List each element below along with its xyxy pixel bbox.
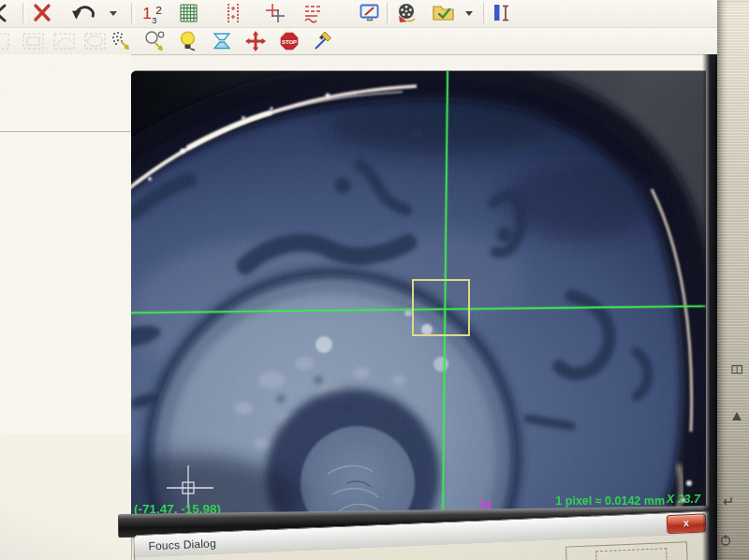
numbering-button[interactable]: 1 3 2 bbox=[137, 1, 165, 25]
folder-check-icon bbox=[431, 2, 457, 24]
open-folder-button[interactable] bbox=[429, 1, 457, 25]
dot-pattern-icon bbox=[221, 2, 245, 24]
delete-button[interactable] bbox=[28, 1, 56, 25]
selection-ghost-icon bbox=[0, 30, 11, 52]
svg-text:STOP: STOP bbox=[282, 39, 297, 45]
film-reel-icon bbox=[395, 2, 419, 24]
monitor-power-button[interactable] bbox=[719, 534, 732, 551]
svg-text:1: 1 bbox=[142, 4, 152, 22]
toolbar-separator bbox=[483, 3, 487, 23]
screen-edit-icon bbox=[358, 2, 382, 24]
selection-ghost-1-button[interactable] bbox=[0, 29, 9, 53]
back-partial-button[interactable] bbox=[0, 1, 17, 25]
close-icon: x bbox=[683, 517, 690, 528]
selection-ghost-3-button[interactable] bbox=[50, 29, 78, 53]
lightbulb-icon bbox=[176, 30, 200, 52]
select-arrow-icon bbox=[731, 411, 742, 421]
back-partial-icon bbox=[0, 2, 15, 24]
selection-rect-ghost-icon bbox=[21, 30, 47, 52]
coin-specimen-image bbox=[131, 71, 706, 518]
beam-profile-icon bbox=[210, 30, 234, 52]
axis-cross-icon bbox=[263, 2, 287, 24]
dialog-close-button[interactable]: x bbox=[667, 513, 707, 534]
pixel-scale-readout: 1 pixel ≈ 0.0142 mm bbox=[555, 494, 665, 508]
screen-edit-button[interactable] bbox=[356, 1, 384, 25]
spray-points-icon bbox=[109, 30, 133, 52]
beam-profile-button[interactable] bbox=[208, 29, 236, 53]
selection-curve-ghost-icon bbox=[51, 30, 78, 52]
toolbar-row-1: 1 3 2 bbox=[0, 0, 717, 28]
panel-divider bbox=[0, 131, 131, 132]
menu-book-icon bbox=[731, 364, 743, 375]
chevron-down-icon bbox=[463, 2, 476, 24]
dialog-title: Foucs Dialog bbox=[148, 537, 216, 553]
move-cross-icon bbox=[243, 30, 268, 52]
red-x-icon bbox=[30, 2, 54, 24]
power-icon bbox=[719, 534, 732, 547]
undo-dropdown-button[interactable] bbox=[105, 1, 120, 25]
screen-photo: 1 3 2 bbox=[0, 0, 749, 560]
media-button[interactable] bbox=[393, 1, 421, 25]
lower-sub-panel bbox=[0, 434, 131, 560]
grid-button[interactable] bbox=[174, 1, 202, 25]
text-cursor-icon bbox=[491, 2, 515, 24]
spray-points-button[interactable] bbox=[107, 29, 135, 53]
folder-dropdown-button[interactable] bbox=[461, 1, 476, 25]
toolbar-row-2: STOP bbox=[0, 28, 717, 55]
text-cursor-button[interactable] bbox=[489, 1, 517, 25]
move-button[interactable] bbox=[242, 29, 270, 53]
monitor-select-button[interactable] bbox=[731, 408, 742, 425]
undo-arrow-icon bbox=[69, 2, 97, 26]
zoom-circles-button[interactable] bbox=[140, 29, 169, 53]
dot-pattern-button[interactable] bbox=[219, 1, 247, 25]
return-icon bbox=[721, 496, 733, 508]
undo-button[interactable] bbox=[67, 1, 95, 25]
toolbar-separator bbox=[22, 3, 26, 23]
light-button[interactable] bbox=[174, 29, 202, 53]
dialog-inner-field bbox=[595, 548, 668, 560]
svg-text:2: 2 bbox=[155, 4, 162, 17]
microscope-live-view[interactable]: (-71.47, -15.98) 74 1 pixel ≈ 0.0142 mm … bbox=[131, 70, 706, 518]
grid-icon bbox=[176, 2, 200, 24]
chevron-down-icon bbox=[107, 2, 120, 24]
left-sidebar-panel bbox=[0, 54, 132, 560]
annotation-lines-button[interactable] bbox=[300, 1, 328, 25]
selection-ghost-4-button[interactable] bbox=[81, 29, 109, 53]
draw-line-button[interactable] bbox=[309, 29, 337, 53]
stop-button[interactable]: STOP bbox=[275, 29, 303, 53]
selection-ghost-2-button[interactable] bbox=[19, 29, 47, 53]
stop-sign-icon: STOP bbox=[277, 30, 301, 52]
annotation-lines-icon bbox=[301, 2, 326, 24]
draw-line-icon bbox=[311, 30, 335, 52]
selection-ellipse-ghost-icon bbox=[82, 30, 109, 52]
toolbar-separator bbox=[387, 3, 390, 23]
monitor-menu-button[interactable] bbox=[731, 361, 743, 378]
monitor-bezel bbox=[717, 0, 749, 560]
monitor-return-button[interactable] bbox=[721, 494, 733, 511]
zoom-circles-icon bbox=[142, 30, 169, 52]
axis-cross-button[interactable] bbox=[261, 1, 289, 25]
toolbar-separator bbox=[131, 3, 135, 23]
numbering-icon: 1 3 2 bbox=[139, 2, 165, 26]
magnification-readout: X 23.7 bbox=[666, 493, 701, 506]
